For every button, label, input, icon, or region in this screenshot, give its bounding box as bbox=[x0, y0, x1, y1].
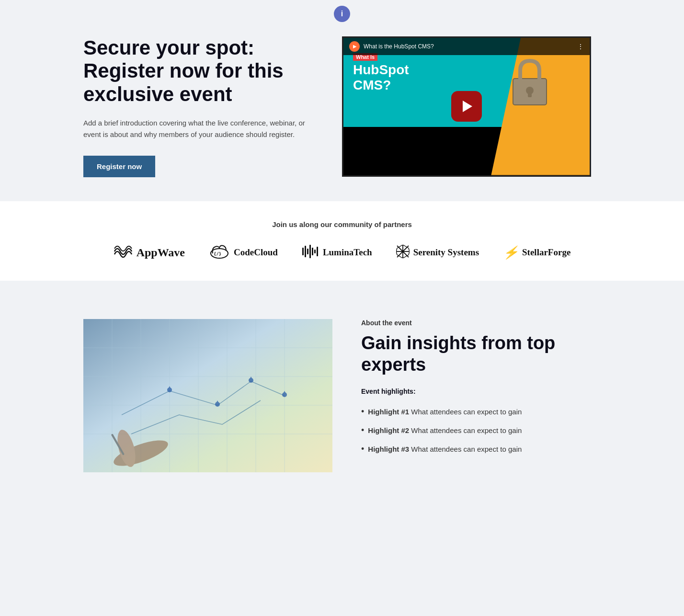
partners-section: Join us along our community of partners … bbox=[0, 201, 684, 281]
partners-logos: AppWave {/} CodeCloud bbox=[29, 244, 655, 262]
appwave-icon bbox=[114, 244, 133, 262]
codecloud-icon: {/} bbox=[209, 244, 230, 262]
svg-rect-7 bbox=[307, 249, 308, 254]
highlights-label: Event highlights: bbox=[361, 388, 601, 395]
svg-rect-6 bbox=[305, 246, 306, 257]
highlight-3-text: What attendees can expect to gain bbox=[409, 445, 522, 453]
channel-icon: ▶ bbox=[349, 41, 360, 52]
partners-title: Join us along our community of partners bbox=[29, 220, 655, 228]
video-cms-text: CMS? bbox=[353, 78, 409, 93]
hero-description: Add a brief introduction covering what t… bbox=[83, 117, 313, 140]
partner-appwave: AppWave bbox=[114, 244, 185, 262]
about-image-svg bbox=[83, 319, 332, 472]
stellarforge-label: StellarForge bbox=[522, 247, 570, 258]
highlight-1-bold: Highlight #1 bbox=[368, 408, 409, 416]
play-button[interactable] bbox=[451, 91, 482, 122]
about-image-inner bbox=[83, 319, 332, 472]
codecloud-label: CodeCloud bbox=[234, 247, 278, 258]
video-text-area: What Is HubSpot CMS? bbox=[353, 52, 409, 93]
video-main-text: HubSpot bbox=[353, 63, 409, 78]
highlight-3-bold: Highlight #3 bbox=[368, 445, 409, 453]
svg-line-19 bbox=[396, 251, 397, 255]
info-button[interactable]: i bbox=[334, 6, 350, 22]
video-top-bar: ▶ What is the HubSpot CMS? ⋮ bbox=[343, 38, 590, 55]
serenity-logo-icon bbox=[396, 245, 410, 258]
highlight-2-text: What attendees can expect to gain bbox=[409, 426, 522, 434]
svg-line-21 bbox=[396, 248, 397, 251]
play-button-wrap[interactable] bbox=[451, 91, 482, 122]
highlight-item-3: Highlight #3 What attendees can expect t… bbox=[361, 440, 601, 459]
partner-stellarforge: ⚡ StellarForge bbox=[503, 245, 570, 260]
svg-rect-9 bbox=[312, 248, 313, 255]
svg-line-23 bbox=[409, 251, 410, 255]
about-section: About the event Gain insights from top e… bbox=[55, 290, 629, 501]
hero-title: Secure your spot: Register now for this … bbox=[83, 36, 313, 106]
svg-rect-8 bbox=[309, 245, 311, 258]
highlight-item-2: Highlight #2 What attendees can expect t… bbox=[361, 422, 601, 440]
svg-line-17 bbox=[409, 248, 410, 251]
video-container[interactable]: What Is HubSpot CMS? ▶ bbox=[342, 36, 591, 177]
lock-icon bbox=[508, 57, 551, 110]
highlights-list: Highlight #1 What attendees can expect t… bbox=[361, 403, 601, 459]
lock-area bbox=[508, 57, 551, 112]
video-background: What Is HubSpot CMS? ▶ bbox=[343, 38, 590, 175]
svg-rect-2 bbox=[528, 91, 532, 97]
video-title-text: What is the HubSpot CMS? bbox=[364, 43, 434, 50]
codecloud-logo-icon: {/} bbox=[209, 244, 230, 259]
about-title: Gain insights from top experts bbox=[361, 332, 601, 376]
luminatech-icon bbox=[302, 245, 319, 261]
partner-luminatech: LuminaTech bbox=[302, 245, 372, 261]
video-settings-icon[interactable]: ⋮ bbox=[577, 43, 584, 50]
highlight-1-text: What attendees can expect to gain bbox=[409, 408, 522, 416]
serenity-icon bbox=[396, 245, 410, 261]
video-top-bar-left: ▶ What is the HubSpot CMS? bbox=[349, 41, 434, 52]
luminatech-label: LuminaTech bbox=[323, 247, 372, 258]
stellarforge-icon: ⚡ bbox=[503, 245, 518, 260]
serenity-label: Serenity Systems bbox=[413, 247, 479, 258]
hero-left: Secure your spot: Register now for this … bbox=[83, 36, 313, 177]
svg-text:{/}: {/} bbox=[214, 251, 221, 256]
svg-rect-5 bbox=[302, 248, 304, 255]
partner-serenity: Serenity Systems bbox=[396, 245, 479, 261]
svg-rect-10 bbox=[314, 250, 316, 253]
appwave-logo-icon bbox=[114, 244, 133, 258]
highlight-2-bold: Highlight #2 bbox=[368, 426, 409, 434]
svg-rect-11 bbox=[317, 247, 318, 256]
hero-video: What Is HubSpot CMS? ▶ bbox=[342, 36, 591, 177]
highlight-item-1: Highlight #1 What attendees can expect t… bbox=[361, 403, 601, 422]
play-triangle bbox=[463, 101, 472, 112]
about-right: About the event Gain insights from top e… bbox=[361, 319, 601, 459]
hero-section: Secure your spot: Register now for this … bbox=[55, 22, 629, 201]
register-button[interactable]: Register now bbox=[83, 156, 155, 177]
luminatech-logo-icon bbox=[302, 245, 319, 258]
about-section-label: About the event bbox=[361, 319, 601, 327]
appwave-label: AppWave bbox=[137, 246, 185, 259]
partner-codeccloud: {/} CodeCloud bbox=[209, 244, 278, 262]
about-event-image bbox=[83, 319, 332, 472]
